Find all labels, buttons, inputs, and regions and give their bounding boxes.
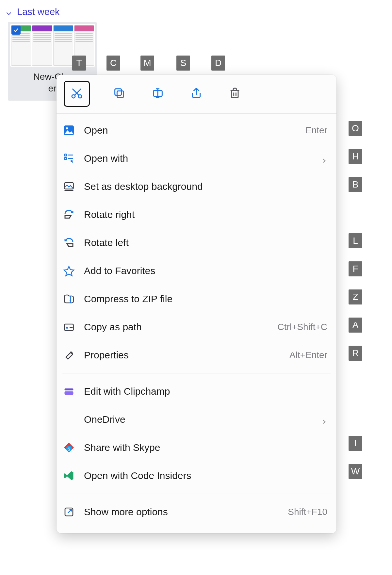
svg-rect-8 <box>232 90 238 98</box>
menu-label: OneDrive <box>84 414 312 425</box>
svg-text:S: S <box>67 447 70 452</box>
chevron-down-icon <box>5 8 12 16</box>
delete-button[interactable] <box>226 85 244 103</box>
key-hint: S <box>176 56 190 71</box>
key-hint: M <box>140 56 154 71</box>
rotate-right-icon <box>62 208 75 221</box>
share-icon <box>190 87 203 101</box>
separator <box>62 494 331 494</box>
key-hint: C <box>106 56 120 71</box>
svg-point-21 <box>70 300 71 301</box>
chevron-right-icon <box>321 416 327 423</box>
menu-compress-zip[interactable]: Compress to ZIP file <box>57 285 336 313</box>
menu-label: Share with Skype <box>84 442 327 453</box>
svg-point-23 <box>70 327 71 328</box>
svg-rect-27 <box>65 391 74 395</box>
menu-label: Edit with Clipchamp <box>84 386 327 397</box>
svg-point-12 <box>66 127 68 130</box>
blank-icon <box>62 413 75 426</box>
key-hint: A <box>349 318 362 333</box>
key-hint: I <box>349 436 362 451</box>
group-label: Last week <box>17 7 60 17</box>
menu-onedrive[interactable]: OneDrive <box>57 405 336 434</box>
menu-code-insiders[interactable]: Open with Code Insiders <box>57 462 336 490</box>
key-hint: T <box>72 56 86 71</box>
rename-icon <box>151 87 164 101</box>
separator <box>62 373 331 373</box>
key-hint: O <box>349 121 362 136</box>
share-button[interactable] <box>187 85 205 103</box>
key-hint: R <box>349 346 362 361</box>
menu-label: Open with Code Insiders <box>84 470 327 481</box>
svg-rect-4 <box>117 91 123 97</box>
menu-label: Show more options <box>84 506 279 518</box>
photo-icon <box>62 124 75 137</box>
menu-set-background[interactable]: Set as desktop background <box>57 172 336 201</box>
copy-path-icon <box>62 320 75 334</box>
trash-icon <box>228 87 241 101</box>
menu-rotate-right[interactable]: Rotate right <box>57 201 336 229</box>
svg-rect-26 <box>65 388 74 390</box>
rename-button[interactable] <box>149 85 167 103</box>
menu-label: Rotate left <box>84 237 327 248</box>
key-hint: Z <box>349 289 362 304</box>
svg-rect-13 <box>65 154 67 156</box>
svg-marker-19 <box>64 267 74 276</box>
expand-icon <box>62 505 75 518</box>
group-header[interactable]: Last week <box>0 0 392 17</box>
menu-copy-path[interactable]: Copy as path Ctrl+Shift+C <box>57 313 336 341</box>
skype-icon: S <box>62 441 75 454</box>
menu-label: Open <box>84 125 297 136</box>
svg-rect-14 <box>65 157 67 159</box>
key-hint: L <box>349 233 362 248</box>
rotate-left-icon <box>62 236 75 249</box>
key-hint: D <box>211 56 225 71</box>
wrench-icon <box>62 349 75 362</box>
context-toolbar <box>57 75 336 114</box>
menu-show-more[interactable]: Show more options Shift+F10 <box>57 498 336 526</box>
svg-rect-5 <box>115 89 122 95</box>
svg-point-25 <box>71 352 72 353</box>
vscode-insiders-icon <box>62 469 75 482</box>
copy-icon <box>113 87 126 101</box>
svg-point-24 <box>72 327 72 328</box>
scissors-icon <box>70 87 83 101</box>
clipchamp-icon <box>62 385 75 398</box>
menu-open-with[interactable]: Open with <box>57 144 336 172</box>
copy-button[interactable] <box>110 85 128 103</box>
context-menu: Open Enter Open with <box>57 75 336 533</box>
menu-shortcut: Ctrl+Shift+C <box>278 322 328 332</box>
open-with-icon <box>62 152 75 165</box>
cut-button[interactable] <box>64 81 90 107</box>
key-hint: H <box>349 149 362 164</box>
menu-shortcut: Shift+F10 <box>288 507 327 517</box>
desktop-background-icon <box>62 180 75 193</box>
zip-icon <box>62 292 75 305</box>
key-hint: F <box>349 261 362 276</box>
menu-properties[interactable]: Properties Alt+Enter <box>57 341 336 369</box>
star-icon <box>62 264 75 277</box>
menu-rotate-left[interactable]: Rotate left <box>57 229 336 257</box>
menu-label: Compress to ZIP file <box>84 293 327 304</box>
menu-add-favorites[interactable]: Add to Favorites <box>57 257 336 285</box>
svg-point-0 <box>72 95 75 98</box>
menu-share-skype[interactable]: S Share with Skype <box>57 434 336 462</box>
chevron-right-icon <box>321 155 327 162</box>
key-hint: W <box>349 464 362 479</box>
key-hint: B <box>349 177 362 192</box>
selected-check-icon <box>11 25 21 35</box>
menu-shortcut: Alt+Enter <box>289 350 327 360</box>
menu-label: Properties <box>84 350 281 361</box>
menu-label: Copy as path <box>84 321 269 333</box>
menu-open[interactable]: Open Enter <box>57 116 336 144</box>
menu-shortcut: Enter <box>305 125 327 136</box>
menu-label: Rotate right <box>84 209 327 220</box>
svg-point-1 <box>78 95 82 98</box>
menu-label: Add to Favorites <box>84 265 327 276</box>
menu-clipchamp[interactable]: Edit with Clipchamp <box>57 377 336 405</box>
menu-label: Open with <box>84 153 312 164</box>
menu-label: Set as desktop background <box>84 181 327 192</box>
